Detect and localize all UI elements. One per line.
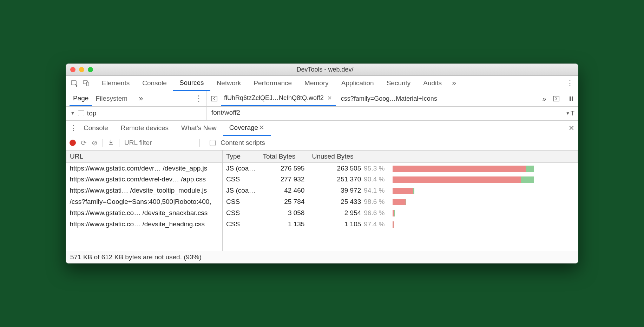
minimize-icon[interactable] bbox=[79, 67, 84, 72]
cell-total: 1 135 bbox=[259, 219, 308, 230]
close-icon[interactable] bbox=[70, 67, 75, 72]
inspect-icon[interactable] bbox=[68, 77, 80, 89]
col-viz bbox=[389, 150, 578, 162]
right-panel-toggle[interactable]: ▼T bbox=[564, 107, 578, 120]
disclosure-triangle-icon[interactable]: ▼ bbox=[70, 110, 75, 116]
devtools-window: DevTools - web.dev/ ElementsConsoleSourc… bbox=[66, 64, 578, 264]
svg-rect-2 bbox=[86, 82, 89, 86]
file-tab-css[interactable]: css?family=Goog…Material+Icons bbox=[338, 91, 441, 106]
tab-sources[interactable]: Sources bbox=[173, 76, 210, 91]
cell-unused: 1 10597.4 % bbox=[308, 219, 389, 230]
coverage-toolbar: ⟳ ⊘ Content scripts bbox=[66, 136, 578, 150]
table-header-row: URL Type Total Bytes Unused Bytes bbox=[66, 150, 578, 162]
file-tab-label: css?family=Goog…Material+Icons bbox=[341, 95, 437, 102]
svg-rect-5 bbox=[570, 96, 571, 101]
cell-type: CSS bbox=[223, 207, 259, 219]
export-icon[interactable] bbox=[108, 139, 114, 147]
content-row: ▼ top font/woff2 ▼T bbox=[66, 107, 578, 121]
tab-console[interactable]: Console bbox=[136, 76, 173, 91]
cell-total: 3 058 bbox=[259, 207, 308, 219]
tree-top-label[interactable]: top bbox=[87, 109, 96, 117]
tab-application[interactable]: Application bbox=[335, 76, 380, 91]
tab-elements[interactable]: Elements bbox=[96, 76, 136, 91]
drawer-tab-remote-devices[interactable]: Remote devices bbox=[114, 121, 175, 136]
table-row[interactable]: https://www.gstatic.com/devrel-dev… /app… bbox=[66, 174, 578, 185]
cell-total: 25 784 bbox=[259, 196, 308, 207]
cell-unused: 251 37090.4 % bbox=[308, 174, 389, 185]
cell-type: JS (coa… bbox=[223, 162, 259, 174]
cell-total: 42 460 bbox=[259, 185, 308, 196]
tab-performance[interactable]: Performance bbox=[247, 76, 298, 91]
cell-viz bbox=[389, 207, 578, 219]
main-tabstrip: ElementsConsoleSourcesNetworkPerformance… bbox=[66, 76, 578, 91]
prev-file-icon[interactable] bbox=[209, 95, 219, 102]
cell-unused: 263 50595.3 % bbox=[308, 162, 389, 174]
navigator-menu-icon[interactable]: ⋮ bbox=[195, 94, 203, 103]
col-url[interactable]: URL bbox=[66, 150, 223, 162]
url-filter-input[interactable] bbox=[124, 139, 195, 147]
titlebar: DevTools - web.dev/ bbox=[66, 64, 578, 76]
navigator-overflow-icon[interactable]: » bbox=[139, 94, 143, 103]
editor-tabs: flUhRq6tzZclQEJ…NcIhQ8tQ.woff2 ✕ css?fam… bbox=[206, 91, 564, 106]
svg-rect-4 bbox=[553, 96, 559, 101]
file-viewer: font/woff2 bbox=[206, 107, 564, 120]
device-toggle-icon[interactable] bbox=[80, 77, 92, 89]
table-row[interactable]: https://www.gstatic.co… /devsite_snackba… bbox=[66, 207, 578, 219]
drawer-menu-icon[interactable]: ⋮ bbox=[70, 124, 77, 133]
cell-url: https://www.gstatic.com/devr… /devsite_a… bbox=[66, 162, 223, 174]
table-row[interactable]: https://www.gstati… /devsite_tooltip_mod… bbox=[66, 185, 578, 196]
close-icon[interactable]: ✕ bbox=[259, 124, 264, 132]
tab-memory[interactable]: Memory bbox=[298, 76, 335, 91]
overflow-tabs-icon[interactable]: » bbox=[448, 77, 460, 89]
tab-network[interactable]: Network bbox=[210, 76, 248, 91]
cell-viz bbox=[389, 219, 578, 230]
drawer-tab-what-s-new[interactable]: What's New bbox=[175, 121, 223, 136]
next-file-icon[interactable] bbox=[551, 95, 561, 102]
col-total[interactable]: Total Bytes bbox=[259, 150, 308, 162]
cell-type: CSS bbox=[223, 219, 259, 230]
coverage-table: URL Type Total Bytes Unused Bytes https:… bbox=[66, 150, 578, 251]
cell-viz bbox=[389, 174, 578, 185]
col-type[interactable]: Type bbox=[223, 150, 259, 162]
close-icon[interactable]: ✕ bbox=[327, 95, 332, 101]
table-row[interactable]: /css?family=Google+Sans:400,500|Roboto:4… bbox=[66, 196, 578, 207]
drawer-tab-console[interactable]: Console bbox=[77, 121, 114, 136]
content-scripts-checkbox[interactable] bbox=[210, 140, 216, 146]
overflow-files-icon[interactable]: » bbox=[539, 95, 549, 103]
navigator-tabs: PageFilesystem » ⋮ bbox=[66, 91, 206, 106]
frame-icon bbox=[78, 111, 84, 116]
drawer-close-icon[interactable]: ✕ bbox=[569, 124, 574, 132]
tab-audits[interactable]: Audits bbox=[417, 76, 448, 91]
secondary-row: PageFilesystem » ⋮ flUhRq6tzZclQEJ…NcIhQ… bbox=[66, 91, 578, 107]
pause-icon[interactable] bbox=[564, 91, 578, 106]
more-menu-icon[interactable]: ⋮ bbox=[564, 77, 576, 89]
cell-viz bbox=[389, 185, 578, 196]
cell-url: https://www.gstatic.co… /devsite_snackba… bbox=[66, 207, 223, 219]
navigator-tab-page[interactable]: Page bbox=[70, 91, 92, 106]
cell-unused: 2 95496.6 % bbox=[308, 207, 389, 219]
cell-unused: 39 97294.1 % bbox=[308, 185, 389, 196]
drawer-tabstrip: ⋮ ConsoleRemote devicesWhat's NewCoverag… bbox=[66, 121, 578, 136]
table-row[interactable]: https://www.gstatic.co… /devsite_heading… bbox=[66, 219, 578, 230]
tab-security[interactable]: Security bbox=[380, 76, 417, 91]
cell-url: https://www.gstatic.com/devrel-dev… /app… bbox=[66, 174, 223, 185]
drawer-tab-coverage[interactable]: Coverage ✕ bbox=[223, 121, 271, 136]
file-tab-woff2[interactable]: flUhRq6tzZclQEJ…NcIhQ8tQ.woff2 ✕ bbox=[221, 91, 336, 106]
table-row[interactable]: https://www.gstatic.com/devr… /devsite_a… bbox=[66, 162, 578, 174]
right-panel-label: T bbox=[571, 110, 574, 117]
col-unused[interactable]: Unused Bytes bbox=[308, 150, 389, 162]
cell-url: https://www.gstati… /devsite_tooltip_mod… bbox=[66, 185, 223, 196]
clear-icon[interactable]: ⊘ bbox=[92, 139, 98, 147]
traffic-lights bbox=[66, 67, 93, 72]
mime-label: font/woff2 bbox=[211, 109, 240, 116]
cell-viz bbox=[389, 196, 578, 207]
zoom-icon[interactable] bbox=[88, 67, 93, 72]
cell-unused: 25 43398.6 % bbox=[308, 196, 389, 207]
navigator-tab-filesystem[interactable]: Filesystem bbox=[92, 91, 131, 106]
cell-viz bbox=[389, 162, 578, 174]
reload-icon[interactable]: ⟳ bbox=[81, 139, 87, 147]
cell-type: JS (coa… bbox=[223, 185, 259, 196]
cell-total: 276 595 bbox=[259, 162, 308, 174]
record-icon[interactable] bbox=[70, 140, 76, 146]
svg-rect-6 bbox=[572, 96, 573, 101]
